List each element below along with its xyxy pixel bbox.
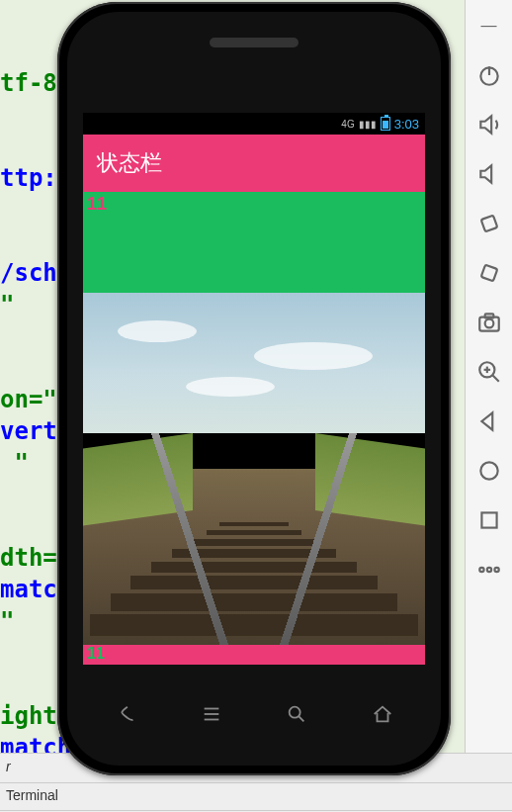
- pink-footer: 11: [83, 645, 425, 665]
- more-icon[interactable]: [473, 554, 505, 586]
- device-screen: 4G ▮▮▮ 3:03 状态栏 11: [83, 113, 425, 665]
- volume-up-icon[interactable]: [473, 109, 505, 140]
- svg-point-5: [484, 319, 493, 328]
- rotate-left-icon[interactable]: [473, 208, 505, 239]
- svg-rect-2: [480, 216, 497, 232]
- svg-line-20: [299, 716, 304, 722]
- toolbar-title: 状态栏: [97, 148, 162, 178]
- minimize-button[interactable]: —: [473, 10, 505, 42]
- green-panel: 11: [83, 192, 425, 293]
- device-nav-bar: [83, 688, 425, 740]
- svg-point-15: [494, 568, 498, 572]
- emulator-toolbar: —: [465, 0, 512, 762]
- camera-icon[interactable]: [473, 307, 505, 338]
- nav-back-button[interactable]: [106, 700, 145, 728]
- signal-icon: ▮▮▮: [359, 119, 377, 130]
- svg-line-8: [492, 375, 499, 382]
- overview-icon[interactable]: [473, 504, 505, 536]
- back-icon[interactable]: [473, 406, 505, 437]
- svg-point-14: [486, 568, 490, 572]
- green-panel-text: 11: [87, 194, 107, 214]
- battery-icon: [381, 117, 390, 131]
- svg-rect-12: [481, 512, 496, 527]
- svg-point-13: [479, 568, 483, 572]
- rotate-right-icon[interactable]: [473, 257, 505, 289]
- emulator-device-frame: 4G ▮▮▮ 3:03 状态栏 11: [57, 2, 451, 775]
- android-status-bar: 4G ▮▮▮ 3:03: [83, 113, 425, 135]
- power-icon[interactable]: [473, 59, 505, 91]
- footer-text: 11: [87, 645, 105, 662]
- volume-down-icon[interactable]: [473, 158, 505, 190]
- zoom-in-icon[interactable]: [473, 356, 505, 388]
- app-toolbar: 状态栏: [83, 135, 425, 192]
- svg-rect-3: [480, 265, 497, 282]
- device-earpiece: [210, 38, 299, 47]
- nav-home-button[interactable]: [363, 700, 402, 728]
- railway-image: [83, 293, 425, 645]
- clock: 3:03: [394, 117, 419, 132]
- nav-search-button[interactable]: [277, 700, 316, 728]
- network-indicator: 4G: [341, 119, 354, 130]
- svg-point-11: [480, 462, 497, 479]
- home-icon[interactable]: [473, 455, 505, 487]
- terminal-tab[interactable]: Terminal: [0, 783, 512, 811]
- nav-menu-button[interactable]: [192, 700, 231, 728]
